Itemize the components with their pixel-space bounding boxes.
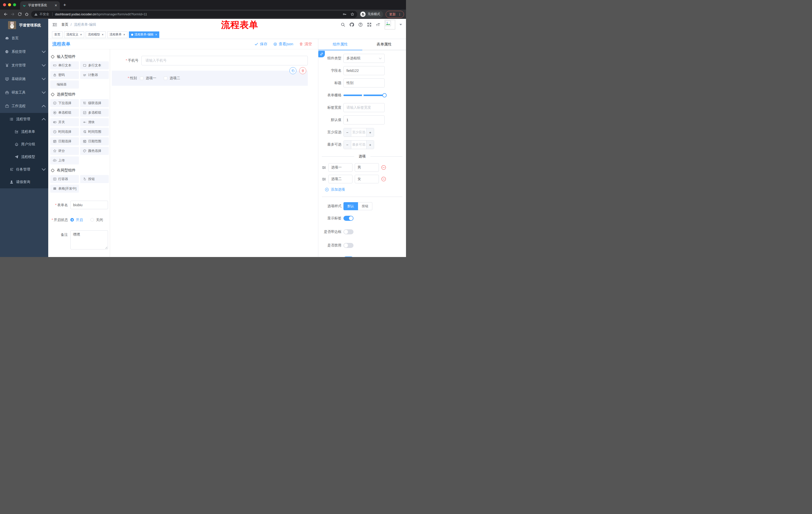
close-icon[interactable]: × bbox=[102, 33, 104, 36]
max-select-input[interactable]: 最多可选 bbox=[351, 141, 366, 149]
style-default-button[interactable]: 默认 bbox=[343, 202, 358, 210]
component-多选框组[interactable]: 多选框组 bbox=[80, 109, 109, 117]
drag-handle-icon[interactable] bbox=[322, 165, 326, 170]
status-off-label[interactable]: 关闭 bbox=[96, 216, 103, 224]
gender-option-1[interactable]: 选项一 bbox=[140, 76, 156, 80]
sidebar-logo[interactable]: 芋道管理系统 bbox=[0, 19, 48, 31]
remove-option-icon[interactable] bbox=[381, 177, 386, 182]
style-button-button[interactable]: 按钮 bbox=[358, 202, 372, 210]
update-button[interactable]: 更新 bbox=[386, 11, 404, 18]
component-下拉选择[interactable]: 下拉选择 bbox=[50, 99, 79, 107]
fullscreen-icon[interactable] bbox=[367, 22, 372, 27]
toggle-switch[interactable] bbox=[343, 243, 353, 248]
add-option-button[interactable]: 添加选项 bbox=[325, 187, 406, 192]
avatar[interactable] bbox=[385, 20, 395, 29]
hamburger-icon[interactable] bbox=[52, 22, 57, 27]
maximize-window-button[interactable] bbox=[13, 3, 16, 6]
radio-on-icon[interactable] bbox=[70, 218, 74, 221]
sidebar-item-请假查询[interactable]: 请假查询 bbox=[0, 176, 48, 188]
checkbox-icon[interactable] bbox=[140, 77, 143, 80]
label-width-input[interactable]: 请输入标签宽度 bbox=[343, 103, 385, 112]
sidebar-item-工作流程[interactable]: 工作流程 bbox=[0, 99, 48, 113]
sidebar-item-任务管理[interactable]: 任务管理 bbox=[0, 163, 48, 176]
clear-button[interactable]: 清空 bbox=[299, 42, 312, 47]
toggle-switch[interactable] bbox=[343, 216, 353, 221]
component-级联选择[interactable]: 级联选择 bbox=[80, 99, 109, 107]
component-表格[开发中][interactable]: 表格[开发中] bbox=[50, 185, 79, 193]
tag-流程定义[interactable]: 流程定义× bbox=[64, 31, 84, 38]
sidebar-item-系统管理[interactable]: 系统管理 bbox=[0, 45, 48, 59]
view-json-button[interactable]: 查看json bbox=[273, 42, 293, 47]
tag-流程表单[interactable]: 流程表单× bbox=[107, 31, 127, 38]
minus-icon[interactable]: − bbox=[344, 128, 351, 137]
form-remark-textarea[interactable]: 嘿嘿 bbox=[70, 231, 108, 249]
component-时间范围[interactable]: 时间范围 bbox=[80, 128, 109, 136]
tab-close-icon[interactable]: ✕ bbox=[55, 3, 57, 7]
component-颜色选择[interactable]: 颜色选择 bbox=[80, 147, 109, 155]
remove-option-icon[interactable] bbox=[381, 165, 386, 170]
component-按钮[interactable]: 按钮 bbox=[80, 175, 109, 183]
bookmark-star-icon[interactable] bbox=[350, 12, 354, 16]
gender-option-2[interactable]: 选项二 bbox=[164, 76, 180, 80]
field-name-input[interactable]: field122 bbox=[343, 66, 385, 75]
sidebar-item-流程表单[interactable]: 流程表单 bbox=[0, 126, 48, 138]
delete-component-button[interactable] bbox=[299, 67, 306, 74]
tag-流程模型[interactable]: 流程模型× bbox=[86, 31, 106, 38]
plus-icon[interactable]: + bbox=[366, 141, 374, 149]
toggle-switch[interactable] bbox=[343, 256, 353, 257]
close-icon[interactable]: × bbox=[123, 33, 125, 36]
component-编辑器[interactable]: 编辑器 bbox=[50, 80, 79, 88]
component-单选框组[interactable]: 单选框组 bbox=[50, 109, 79, 117]
form-name-input[interactable]: biubiu bbox=[70, 201, 108, 209]
component-上传[interactable]: 上传 bbox=[50, 156, 79, 164]
component-滑块[interactable]: 滑块 bbox=[80, 118, 109, 126]
tag-首页[interactable]: 首页 bbox=[52, 31, 63, 38]
tab-component-props[interactable]: 组件属性 bbox=[318, 39, 362, 50]
close-window-button[interactable] bbox=[3, 3, 6, 6]
phone-field-row[interactable]: *手机号 请输入手机号 bbox=[112, 56, 308, 65]
sidebar-item-流程管理[interactable]: 流程管理 bbox=[0, 113, 48, 126]
component-开关[interactable]: 开关 bbox=[50, 118, 79, 126]
minus-icon[interactable]: − bbox=[344, 141, 351, 149]
sidebar-item-流程模型[interactable]: 流程模型 bbox=[0, 151, 48, 163]
browser-tab[interactable]: 芋道管理系统 ✕ bbox=[20, 1, 60, 9]
toggle-switch[interactable] bbox=[343, 229, 353, 234]
search-icon[interactable] bbox=[341, 22, 345, 27]
title-input[interactable]: 性别 bbox=[343, 78, 385, 87]
sidebar-item-基础设施[interactable]: 基础设施 bbox=[0, 72, 48, 86]
component-日期选择[interactable]: 日期选择 bbox=[50, 137, 79, 145]
minimize-window-button[interactable] bbox=[8, 3, 11, 6]
component-评分[interactable]: 评分 bbox=[50, 147, 79, 155]
option-label-input[interactable]: 选项一 bbox=[328, 163, 352, 172]
component-行容器[interactable]: 行容器 bbox=[50, 175, 79, 183]
tag-流程表单-编辑[interactable]: 流程表单-编辑× bbox=[129, 31, 159, 38]
home-icon[interactable] bbox=[23, 11, 30, 18]
sidebar-item-研发工具[interactable]: 研发工具 bbox=[0, 86, 48, 99]
copy-component-button[interactable] bbox=[289, 67, 296, 74]
checkbox-icon[interactable] bbox=[164, 77, 167, 80]
tab-form-props[interactable]: 表单属性 bbox=[362, 39, 406, 50]
new-tab-button[interactable]: + bbox=[63, 2, 66, 8]
address-bar[interactable]: 不安全 dashboard.yudao.iocoder.cn/bpm/manag… bbox=[31, 11, 357, 18]
close-icon[interactable]: × bbox=[155, 33, 157, 36]
gender-field-block[interactable]: *性别 选项一 选项二 bbox=[112, 71, 308, 86]
phone-field-input[interactable]: 请输入手机号 bbox=[141, 56, 308, 65]
sidebar-item-首页[interactable]: 首页 bbox=[0, 31, 48, 45]
component-type-select[interactable]: 多选框组 bbox=[343, 54, 385, 63]
help-icon[interactable] bbox=[358, 22, 363, 27]
option-value-input[interactable]: 男 bbox=[355, 163, 379, 172]
component-时间选择[interactable]: 时间选择 bbox=[50, 128, 79, 136]
slider-handle[interactable] bbox=[382, 93, 387, 98]
security-label[interactable]: 不安全 bbox=[39, 12, 49, 17]
default-value-input[interactable]: 1 bbox=[343, 115, 385, 125]
option-label-input[interactable]: 选项二 bbox=[328, 175, 352, 183]
key-icon[interactable] bbox=[343, 12, 346, 16]
back-icon[interactable] bbox=[2, 11, 9, 18]
plus-icon[interactable]: + bbox=[366, 128, 374, 137]
radio-off-icon[interactable] bbox=[90, 218, 94, 221]
drag-handle-icon[interactable] bbox=[322, 177, 326, 181]
min-select-input[interactable]: 至少应选 bbox=[351, 128, 366, 137]
reload-icon[interactable] bbox=[16, 11, 23, 18]
component-日期范围[interactable]: 日期范围 bbox=[80, 137, 109, 145]
form-canvas[interactable]: *手机号 请输入手机号 *性别 选项一 bbox=[110, 49, 318, 257]
